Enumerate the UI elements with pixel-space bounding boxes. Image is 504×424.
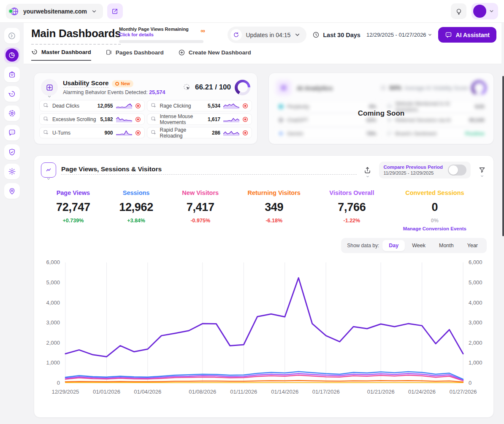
chevron-down-icon <box>91 8 97 14</box>
sidebar-item-session-replay[interactable] <box>4 86 20 102</box>
pages-dashboard-icon <box>106 49 112 56</box>
target-icon <box>380 84 387 91</box>
period-year[interactable]: Year <box>461 240 484 251</box>
sidebar-item-settings[interactable] <box>4 164 20 179</box>
stat-page-views[interactable]: Page Views 72,747 +0.739% <box>56 189 90 231</box>
behavior-metric-row[interactable]: U-Turns900 <box>39 127 145 138</box>
site-selector[interactable]: yourwebsitename.com <box>6 4 103 19</box>
usability-subtitle: Alarming Behavior Events Detected: 25,57… <box>63 89 178 95</box>
tab-master-dashboard[interactable]: Master Dashboard <box>31 49 91 61</box>
referred-sessions-icon <box>386 117 393 123</box>
open-site-button[interactable] <box>107 3 123 19</box>
conversions-bag-icon <box>8 70 16 78</box>
chevron-down-icon <box>47 95 51 99</box>
behavior-cursor-icon <box>43 103 49 109</box>
behavior-metric-row[interactable]: Rage Clicking5,534 <box>147 100 252 111</box>
svg-text:5,000: 5,000 <box>46 279 60 286</box>
metric-sparkline <box>223 116 239 122</box>
svg-text:1,000: 1,000 <box>469 359 482 366</box>
date-range-picker[interactable]: 12/29/2025 - 01/27/2026 <box>366 32 432 38</box>
period-month[interactable]: Month <box>433 240 460 251</box>
account-menu[interactable] <box>471 3 498 19</box>
stat-sessions[interactable]: Sessions 12,962 +3.84% <box>119 189 153 231</box>
line-chart[interactable]: 12/29/202501/01/202601/04/202601/08/2026… <box>38 257 490 398</box>
behavior-metric-label: Rapid Page Reloading <box>160 127 209 139</box>
updates-dropdown[interactable]: Updates in 04:15 <box>228 27 306 43</box>
svg-text:6,000: 6,000 <box>46 259 60 265</box>
svg-text:2,000: 2,000 <box>46 340 60 346</box>
sidebar-item-locations[interactable] <box>4 183 20 199</box>
record-icon[interactable] <box>242 103 248 109</box>
period-week[interactable]: Week <box>406 240 432 251</box>
quota-title: Monthly Page Views Remaining <box>119 27 203 32</box>
behavior-cursor-icon <box>151 103 157 109</box>
date-range-preset[interactable]: Last 30 Days <box>312 31 360 38</box>
svg-text:01/11/2026: 01/11/2026 <box>230 389 257 395</box>
svg-text:01/04/2026: 01/04/2026 <box>134 389 161 395</box>
show-data-by-label: Show data by: <box>347 243 379 248</box>
traffic-stats: Page Views 72,747 +0.739% Sessions 12,96… <box>34 178 493 231</box>
behavior-metric-row[interactable]: Excessive Scrolling5,182 <box>39 113 145 125</box>
behavior-cursor-icon <box>43 130 49 136</box>
usability-icon[interactable] <box>41 79 58 96</box>
record-icon[interactable] <box>242 130 248 136</box>
tips-button[interactable] <box>451 3 466 19</box>
ai-score-value: 84% <box>390 84 401 91</box>
session-replay-icon <box>8 90 16 98</box>
svg-text:01/21/2026: 01/21/2026 <box>367 389 395 395</box>
scrollbar-thumb[interactable] <box>502 76 504 236</box>
stat-new-visitors[interactable]: New Visitors 7,417 -0.975% <box>182 189 219 231</box>
sidebar-item-collapse[interactable] <box>4 28 20 43</box>
location-pin-icon <box>8 187 16 195</box>
usability-score-card: Usability Score New Alarming Behavior Ev… <box>34 73 257 144</box>
svg-text:4,000: 4,000 <box>469 300 482 306</box>
behavior-scan-icon <box>8 109 16 117</box>
behavior-metric-label: Dead Clicks <box>52 103 95 109</box>
sidebar-item-feedback[interactable] <box>4 125 20 140</box>
series-page-views <box>65 278 463 357</box>
updates-label: Updates in 04:15 <box>246 32 290 38</box>
sidebar-item-security[interactable] <box>4 144 20 160</box>
ai-assistant-button[interactable]: AI Assistant <box>438 27 496 43</box>
svg-text:12/29/2025: 12/29/2025 <box>51 389 79 395</box>
svg-text:6,000: 6,000 <box>469 259 482 265</box>
record-icon[interactable] <box>135 103 141 109</box>
date-range-value: 12/29/2025 - 01/27/2026 <box>366 32 426 38</box>
tab-create-new-dashboard[interactable]: Create New Dashboard <box>178 49 251 61</box>
stat-visitors-overall[interactable]: Visitors Overall 7,766 -1.22% <box>329 189 374 231</box>
behavior-metric-label: Intense Mouse Movements <box>160 113 205 125</box>
manage-conversion-events-link[interactable]: Manage Conversion Events <box>403 226 466 231</box>
sidebar-item-dashboards[interactable] <box>4 47 20 63</box>
metric-sparkline <box>116 116 132 122</box>
record-icon[interactable] <box>242 116 248 122</box>
stat-converted-sessions[interactable]: Converted Sessions 0 0% Manage Conversio… <box>403 189 466 231</box>
record-icon[interactable] <box>135 130 141 136</box>
ai-score-label: Average AI Visibility Score <box>404 85 468 91</box>
chart-card-icon[interactable] <box>41 162 56 178</box>
ai-analytics-icon <box>276 80 292 96</box>
svg-text:0: 0 <box>469 380 471 386</box>
behavior-metric-value: 5,534 <box>208 103 220 109</box>
svg-text:01/17/2026: 01/17/2026 <box>312 389 340 395</box>
sidebar-item-conversions[interactable] <box>4 67 20 82</box>
refresh-icon <box>230 29 242 41</box>
export-button[interactable] <box>362 165 373 176</box>
filter-button[interactable] <box>477 165 488 176</box>
behavior-metric-row[interactable]: Dead Clicks12,055 <box>39 100 145 111</box>
alarming-events-count[interactable]: 25,574 <box>149 89 165 95</box>
lightbulb-icon <box>455 8 463 15</box>
sidebar-item-behavior-tracking[interactable] <box>4 105 20 121</box>
behavior-metric-row[interactable]: Intense Mouse Movements1,617 <box>147 113 252 125</box>
chat-icon <box>445 31 452 38</box>
compare-toggle[interactable] <box>448 165 466 176</box>
tab-pages-dashboard[interactable]: Pages Dashboard <box>106 49 164 61</box>
behavior-metric-value: 286 <box>212 130 220 136</box>
record-icon[interactable] <box>135 116 141 122</box>
quota-details-link[interactable]: Click for details <box>119 32 203 37</box>
svg-text:3,000: 3,000 <box>46 319 60 326</box>
period-day[interactable]: Day <box>382 240 405 251</box>
behavior-metric-row[interactable]: Rapid Page Reloading286 <box>147 127 252 138</box>
collapse-icon <box>8 32 16 40</box>
stat-returning-visitors[interactable]: Returning Visitors 349 -6.18% <box>248 189 301 231</box>
chatgpt-icon <box>278 117 284 123</box>
